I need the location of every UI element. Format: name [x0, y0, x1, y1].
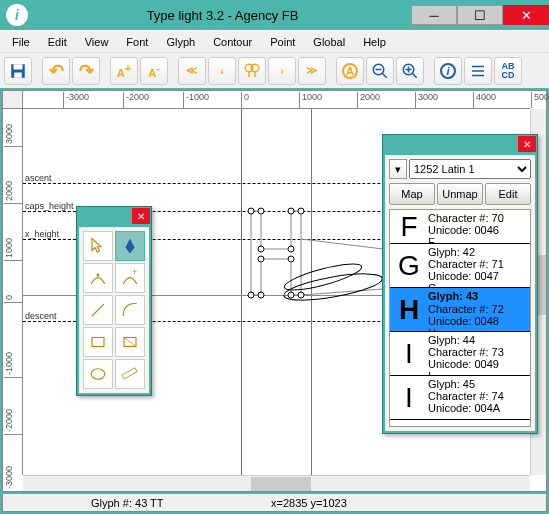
glyph-row[interactable]: I Glyph: 45Character #: 74Unicode: 004A: [390, 376, 530, 420]
glyph-info: Glyph: 44Character #: 73Unicode: 0049I: [428, 332, 530, 375]
curve-edit-tool[interactable]: [83, 263, 113, 293]
zoom-in-button[interactable]: [396, 57, 424, 85]
pointer-tool[interactable]: [83, 231, 113, 261]
zoom-out-button[interactable]: [366, 57, 394, 85]
pen-tool[interactable]: [115, 231, 145, 261]
menu-edit[interactable]: Edit: [40, 34, 75, 50]
ruler-tick: 0: [241, 92, 249, 108]
horizontal-scrollbar[interactable]: [23, 475, 530, 491]
list-button[interactable]: [464, 57, 492, 85]
svg-point-21: [97, 274, 100, 277]
glyph-panel: ✕ ▾ 1252 Latin 1 Map Unmap Edit F Charac…: [382, 134, 538, 434]
glyph-info: Glyph: 45Character #: 74Unicode: 004A: [428, 376, 530, 419]
ellipse-tool[interactable]: [83, 359, 113, 389]
scrollbar-thumb[interactable]: [251, 477, 311, 491]
contour-node[interactable]: [248, 208, 255, 215]
ruler-tick: 4000: [473, 92, 496, 108]
svg-line-8: [382, 73, 387, 78]
toolbar: ↶ ↷ A+ A- ≪ ‹ › ≫ A i ABCD: [0, 52, 549, 88]
encoding-select[interactable]: 1252 Latin 1: [409, 159, 531, 179]
window-title: Type light 3.2 - Agency FB: [34, 8, 411, 23]
edit-button[interactable]: Edit: [485, 183, 531, 205]
highlight-button[interactable]: A: [336, 57, 364, 85]
size-up-button[interactable]: A+: [110, 57, 138, 85]
tools-panel: ✕ +: [76, 206, 152, 396]
menu-font[interactable]: Font: [118, 34, 156, 50]
contour-node[interactable]: [288, 246, 295, 253]
glyph-row[interactable]: I Glyph: 44Character #: 73Unicode: 0049I: [390, 332, 530, 376]
glyph-info: Character #: 70Unicode: 0046F: [428, 210, 530, 243]
glyph-row-selected[interactable]: H Glyph: 43Character #: 72Unicode: 0048H: [390, 288, 530, 332]
ruler-tick: 3000: [4, 124, 22, 147]
ruler-tick: -2000: [4, 409, 22, 435]
maximize-button[interactable]: ☐: [457, 5, 503, 25]
ruler-tick: -1000: [4, 352, 22, 378]
curve-tool[interactable]: [115, 295, 145, 325]
contour-node[interactable]: [258, 292, 265, 299]
contour-node[interactable]: [298, 292, 305, 299]
contour-node[interactable]: [298, 208, 305, 215]
contour-node[interactable]: [258, 246, 265, 253]
menu-file[interactable]: File: [4, 34, 38, 50]
glyph-row[interactable]: G Glyph: 42Character #: 71Unicode: 0047G: [390, 244, 530, 288]
svg-text:+: +: [132, 269, 137, 277]
map-button[interactable]: Map: [389, 183, 435, 205]
svg-point-27: [91, 369, 105, 380]
ruler-tick: 2000: [357, 92, 380, 108]
app-icon: i: [6, 4, 28, 26]
minimize-button[interactable]: ─: [411, 5, 457, 25]
last-button[interactable]: ≫: [298, 57, 326, 85]
contour-node[interactable]: [288, 208, 295, 215]
find-button[interactable]: [238, 57, 266, 85]
horizontal-ruler: -3000 -2000 -1000 0 1000 2000 3000 4000 …: [23, 91, 530, 109]
ruler-tick: 0: [4, 295, 22, 303]
undo-button[interactable]: ↶: [42, 57, 70, 85]
glyph-char: F: [390, 210, 428, 243]
menubar: File Edit View Font Glyph Contour Point …: [0, 30, 549, 52]
first-button[interactable]: ≪: [178, 57, 206, 85]
save-button[interactable]: [4, 57, 32, 85]
glyph-char: H: [390, 288, 428, 331]
unmap-button[interactable]: Unmap: [437, 183, 483, 205]
redo-button[interactable]: ↷: [72, 57, 100, 85]
status-coords: x=2835 y=1023: [271, 497, 347, 509]
size-down-button[interactable]: A-: [140, 57, 168, 85]
contour-node[interactable]: [288, 256, 295, 263]
svg-line-11: [412, 73, 417, 78]
glyph-panel-close-button[interactable]: ✕: [518, 136, 536, 152]
encoding-prev-button[interactable]: ▾: [389, 159, 407, 179]
svg-rect-28: [122, 368, 137, 379]
glyph-char: G: [390, 244, 428, 287]
menu-contour[interactable]: Contour: [205, 34, 260, 50]
menu-help[interactable]: Help: [355, 34, 394, 50]
prev-button[interactable]: ‹: [208, 57, 236, 85]
contour-node[interactable]: [258, 208, 265, 215]
line-tool[interactable]: [83, 295, 113, 325]
statusbar: Glyph #: 43 TT x=2835 y=1023: [2, 494, 547, 512]
glyph-row[interactable]: F Character #: 70Unicode: 0046F: [390, 210, 530, 244]
contour-node[interactable]: [288, 292, 295, 299]
ruler-tick: 1000: [299, 92, 322, 108]
rect2-tool[interactable]: [115, 327, 145, 357]
svg-line-23: [92, 304, 104, 316]
rect-tool[interactable]: [83, 327, 113, 357]
vertical-ruler: 3000 2000 1000 0 -1000 -2000 -3000: [3, 109, 23, 475]
svg-line-26: [124, 338, 136, 347]
svg-rect-2: [14, 72, 22, 77]
next-button[interactable]: ›: [268, 57, 296, 85]
info-button[interactable]: i: [434, 57, 462, 85]
glyph-list[interactable]: F Character #: 70Unicode: 0046F G Glyph:…: [389, 209, 531, 427]
close-button[interactable]: ✕: [503, 5, 549, 25]
charmap-button[interactable]: ABCD: [494, 57, 522, 85]
tools-close-button[interactable]: ✕: [132, 208, 150, 224]
svg-point-20: [282, 259, 363, 295]
svg-rect-1: [14, 64, 23, 69]
menu-glyph[interactable]: Glyph: [158, 34, 203, 50]
curve-add-tool[interactable]: +: [115, 263, 145, 293]
contour-node[interactable]: [248, 292, 255, 299]
menu-point[interactable]: Point: [262, 34, 303, 50]
menu-view[interactable]: View: [77, 34, 117, 50]
measure-tool[interactable]: [115, 359, 145, 389]
contour-node[interactable]: [258, 256, 265, 263]
menu-global[interactable]: Global: [305, 34, 353, 50]
